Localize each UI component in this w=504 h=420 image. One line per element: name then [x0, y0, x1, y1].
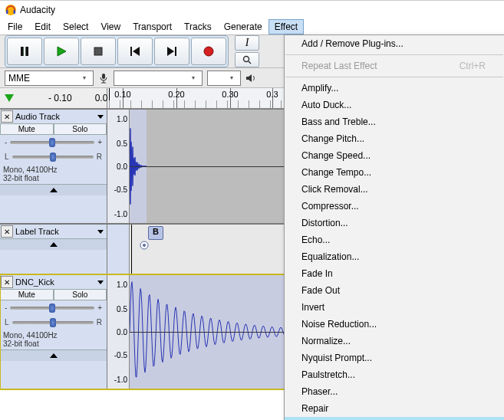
gain-minus: - [5, 138, 7, 146]
gain-minus: - [5, 304, 7, 312]
label-marker[interactable]: B [148, 226, 163, 240]
track-name[interactable]: Label Track [14, 226, 94, 237]
menu-item-label: Repeat Last Effect [301, 61, 377, 71]
track-close-button[interactable]: ✕ [1, 225, 13, 238]
svg-point-21 [143, 244, 146, 247]
scale-label: -1.0 [114, 376, 127, 384]
effect-item-phaser[interactable]: Phaser... [285, 383, 504, 400]
track-control-panel: ✕DNC_KickMuteSolo-+LRMono, 44100Hz32-bit… [0, 275, 107, 389]
track-close-button[interactable]: ✕ [1, 110, 13, 123]
effect-item-bass-and-treble[interactable]: Bass and Treble... [285, 113, 504, 130]
pan-slider[interactable] [12, 156, 94, 159]
svg-rect-5 [21, 47, 24, 56]
effect-item-amplify[interactable]: Amplify... [285, 80, 504, 97]
solo-button[interactable]: Solo [54, 123, 107, 135]
pause-button[interactable] [7, 38, 42, 65]
scale-label: -0.5 [114, 185, 127, 193]
magnifier-icon [242, 55, 252, 64]
menu-item-label: Bass and Treble... [301, 116, 376, 127]
effect-item-distortion[interactable]: Distortion... [285, 215, 504, 231]
menu-file[interactable]: File [2, 19, 28, 34]
effect-item-noise-reduction[interactable]: Noise Reduction... [285, 316, 504, 333]
gain-slider[interactable] [10, 141, 94, 144]
svg-rect-8 [94, 48, 102, 55]
menu-edit[interactable]: Edit [28, 19, 57, 34]
stop-button[interactable] [81, 38, 116, 65]
transport-controls [5, 35, 229, 67]
track-collapse-button[interactable] [0, 349, 107, 361]
pan-slider[interactable] [12, 321, 94, 324]
effect-item-invert[interactable]: Invert [285, 299, 504, 316]
vertical-scale[interactable]: 1.00.50.0-0.5-1.0 [107, 275, 130, 389]
effect-item-compressor[interactable]: Compressor... [285, 198, 504, 215]
playhead-marker-icon[interactable] [5, 94, 14, 102]
menu-item-label: Noise Reduction... [301, 319, 377, 330]
audacity-logo-icon [5, 4, 17, 16]
menu-select[interactable]: Select [57, 19, 94, 34]
chevron-down-icon: ▾ [188, 74, 199, 81]
selection-tool-button[interactable]: I [235, 35, 259, 51]
track-name[interactable]: DNC_Kick [14, 277, 94, 287]
track-collapse-button[interactable] [0, 184, 107, 195]
vertical-scale[interactable]: 1.00.50.0-0.5-1.0 [107, 110, 130, 223]
menu-tracks[interactable]: Tracks [178, 19, 218, 34]
track-name[interactable]: Audio Track [14, 111, 94, 122]
track-menu-button[interactable] [97, 115, 104, 119]
mute-button[interactable]: Mute [0, 123, 54, 135]
menu-transport[interactable]: Transport [127, 19, 178, 34]
track-format-info: Mono, 44100Hz32-bit float [0, 330, 107, 349]
skip-end-button[interactable] [154, 38, 189, 65]
effect-item-nyquist-prompt[interactable]: Nyquist Prompt... [285, 349, 504, 366]
ruler-neg-label: - 0.10 [48, 93, 72, 103]
effect-item-click-removal[interactable]: Click Removal... [285, 181, 504, 198]
ruler-tick-label: 0.3 [266, 90, 278, 99]
scale-label: 1.0 [117, 280, 127, 288]
menu-item-label: Equalization... [301, 251, 359, 262]
effect-item-repair[interactable]: Repair [285, 400, 504, 417]
play-button[interactable] [44, 38, 79, 65]
effect-item-repeat-last-effect: Repeat Last EffectCtrl+R [285, 57, 504, 74]
menu-effect[interactable]: Effect [268, 19, 304, 34]
effect-item-echo[interactable]: Echo... [285, 231, 504, 248]
record-button[interactable] [191, 38, 226, 65]
track-collapse-button[interactable] [0, 238, 107, 250]
effect-item-equalization[interactable]: Equalization... [285, 248, 504, 265]
effect-item-paulstretch[interactable]: Paulstretch... [285, 366, 504, 383]
menu-item-label: Add / Remove Plug-ins... [301, 38, 404, 49]
effect-item-fade-out[interactable]: Fade Out [285, 282, 504, 299]
menu-item-label: Click Removal... [301, 184, 368, 195]
mute-button[interactable]: Mute [0, 289, 54, 300]
pan-right-label: R [97, 318, 102, 326]
svg-marker-11 [167, 47, 174, 56]
menu-item-label: Normalize... [301, 336, 351, 346]
zoom-tool-button[interactable] [235, 52, 259, 67]
effect-item-repeat[interactable]: Repeat... [285, 417, 504, 420]
skip-start-button[interactable] [117, 38, 153, 65]
recording-channels-combo[interactable]: ▾ [207, 71, 241, 86]
menu-generate[interactable]: Generate [218, 19, 268, 34]
effect-item-add-remove-plug-ins[interactable]: Add / Remove Plug-ins... [285, 35, 504, 52]
track-close-button[interactable]: ✕ [1, 276, 13, 288]
effect-item-change-pitch[interactable]: Change Pitch... [285, 130, 504, 147]
effect-item-normalize[interactable]: Normalize... [285, 333, 504, 349]
audio-host-combo[interactable]: MME ▾ [5, 71, 94, 86]
chevron-down-icon: ▾ [226, 74, 237, 81]
recording-device-combo[interactable]: ▾ [114, 71, 203, 86]
solo-button[interactable]: Solo [54, 289, 107, 300]
gain-slider[interactable] [10, 307, 94, 310]
menu-view[interactable]: View [94, 19, 127, 34]
effect-item-fade-in[interactable]: Fade In [285, 265, 504, 282]
svg-rect-12 [175, 47, 176, 56]
titlebar: Audacity [0, 1, 504, 19]
track-menu-button[interactable] [97, 281, 104, 284]
track-menu-button[interactable] [97, 230, 104, 234]
menu-shortcut: Ctrl+R [460, 61, 486, 71]
effect-item-auto-duck[interactable]: Auto Duck... [285, 97, 504, 113]
effect-menu: Add / Remove Plug-ins...Repeat Last Effe… [284, 34, 504, 420]
svg-rect-2 [14, 10, 16, 14]
effect-item-change-speed[interactable]: Change Speed... [285, 147, 504, 164]
scale-label: 0.5 [117, 139, 127, 148]
label-handle-icon[interactable] [139, 240, 150, 251]
scale-label: 0.0 [117, 328, 127, 336]
effect-item-change-tempo[interactable]: Change Tempo... [285, 164, 504, 181]
